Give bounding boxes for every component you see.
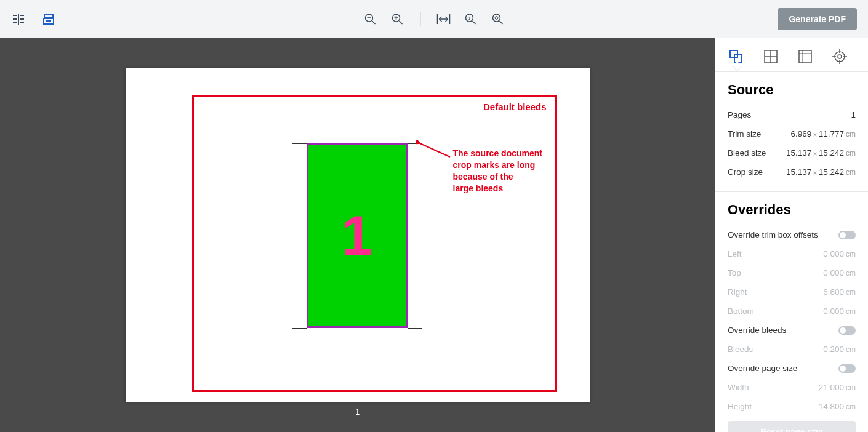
zoom-out-icon[interactable] (363, 11, 379, 27)
svg-line-26 (420, 143, 450, 157)
svg-rect-9 (46, 20, 51, 22)
top-label: Top (728, 268, 741, 278)
right-label: Right (728, 287, 747, 297)
bleed-size-label: Bleed size (728, 148, 766, 158)
source-heading: Source (728, 82, 856, 98)
svg-rect-17 (437, 14, 438, 24)
override-trim-toggle[interactable] (838, 231, 856, 239)
overrides-heading: Overrides (728, 202, 856, 218)
document-page: Default bleeds 1 (126, 68, 590, 402)
crop-mark (307, 328, 307, 343)
bleeds-field-label: Bleeds (728, 345, 753, 354)
height-label: Height (728, 402, 752, 411)
tab-source[interactable] (728, 48, 745, 65)
trim-rectangle: 1 (307, 143, 408, 328)
override-bleeds-toggle[interactable] (838, 326, 856, 335)
override-trim-label: Override trim box offsets (728, 230, 818, 239)
reset-page-size-button[interactable]: Reset page size (728, 421, 856, 432)
svg-rect-32 (799, 50, 811, 63)
crop-mark (292, 143, 307, 144)
override-page-size-toggle[interactable] (838, 364, 856, 373)
page-content-number: 1 (341, 204, 372, 268)
svg-text:1: 1 (468, 16, 471, 20)
tab-grid[interactable] (762, 48, 779, 65)
svg-rect-7 (44, 14, 53, 17)
pages-value: 1 (851, 110, 856, 119)
bleed-size-value: 15.137x15.242cm (786, 148, 856, 158)
overrides-panel: Overrides Override trim box offsets Left… (715, 192, 868, 432)
top-value: 0.000cm (823, 268, 856, 278)
svg-line-14 (400, 21, 403, 24)
bottom-value: 0.000cm (823, 306, 856, 316)
annotation-text: The source document crop marks are long … (453, 148, 542, 194)
zoom-fit-icon[interactable] (490, 11, 506, 27)
svg-rect-4 (20, 18, 24, 20)
fit-width-icon[interactable] (436, 11, 452, 27)
canvas-area[interactable]: Default bleeds 1 (0, 38, 715, 432)
pages-label: Pages (728, 110, 751, 119)
trim-size-label: Trim size (728, 129, 761, 138)
svg-point-23 (493, 14, 500, 22)
svg-point-35 (835, 52, 845, 62)
crop-mark (408, 129, 408, 143)
left-label: Left (728, 249, 742, 258)
bleed-label-text: Default bleeds (483, 102, 547, 112)
page-index-label: 1 (355, 407, 360, 417)
svg-rect-2 (13, 22, 17, 23)
crop-mark (307, 129, 307, 143)
trim-size-value: 6.969x11.777cm (790, 129, 856, 138)
crop-mark (408, 328, 408, 343)
source-panel: Source Pages 1 Trim size 6.969x11.777cm … (715, 72, 868, 192)
svg-line-21 (473, 21, 476, 24)
svg-line-11 (372, 21, 376, 24)
crop-mark (292, 328, 307, 329)
save-icon[interactable] (41, 11, 57, 27)
separator (420, 12, 421, 26)
crop-size-label: Crop size (728, 167, 763, 177)
crop-mark (408, 328, 422, 329)
svg-rect-0 (13, 15, 17, 16)
svg-rect-3 (20, 15, 24, 16)
bleeds-value: 0.200cm (823, 345, 856, 354)
top-toolbar: 1 Generate PDF (0, 0, 868, 38)
right-sidebar: Source Pages 1 Trim size 6.969x11.777cm … (715, 38, 868, 432)
tab-registration[interactable] (831, 48, 848, 65)
svg-rect-1 (13, 18, 17, 20)
zoom-actual-icon[interactable]: 1 (463, 11, 479, 27)
override-page-size-label: Override page size (728, 364, 797, 373)
width-label: Width (728, 383, 749, 392)
zoom-in-icon[interactable] (390, 11, 406, 27)
svg-point-25 (495, 16, 498, 19)
sidebar-tabs (715, 38, 868, 72)
bottom-label: Bottom (728, 306, 754, 316)
left-value: 0.000cm (823, 249, 856, 258)
svg-rect-5 (20, 22, 24, 23)
generate-pdf-button[interactable]: Generate PDF (778, 8, 857, 30)
svg-rect-6 (18, 14, 19, 25)
svg-rect-18 (449, 14, 451, 24)
height-value: 14.800cm (819, 402, 856, 411)
svg-point-36 (838, 55, 842, 58)
annotation-arrow (416, 140, 453, 164)
crop-size-value: 15.137x15.242cm (786, 167, 856, 177)
svg-line-24 (500, 21, 503, 24)
width-value: 21.000cm (819, 383, 856, 392)
columns-icon[interactable] (11, 11, 27, 27)
right-value: 6.600cm (823, 287, 856, 297)
override-bleeds-label: Override bleeds (728, 326, 786, 335)
tab-margins[interactable] (797, 48, 814, 65)
